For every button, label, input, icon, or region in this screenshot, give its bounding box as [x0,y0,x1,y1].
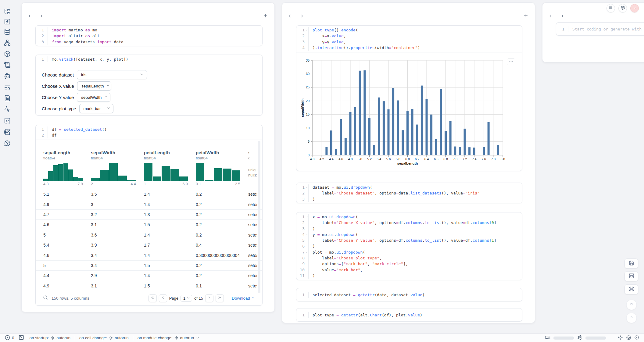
next-page-button[interactable] [205,294,213,302]
table-cell: 0.2 [196,263,248,268]
sidebar-item-snippets[interactable] [3,117,11,125]
run-config-1[interactable]: on cell change:autorun [79,336,129,340]
bar [349,112,352,155]
dataframe-table: sepalLengthfloat644.37.9sepalWidthfloat6… [36,140,262,305]
menu-button[interactable] [606,4,615,12]
bar [430,115,432,155]
column-header-sepalWidth[interactable]: sepalWidthfloat6424.4 [91,150,144,186]
table-row[interactable]: 4.93.11.50.1setosa [36,281,262,291]
table-scrollbar[interactable] [258,141,260,293]
sidebar-item-function-square[interactable] [3,18,11,26]
page-label: Page [169,296,178,301]
layout-button[interactable] [624,271,638,281]
prev-page-button[interactable] [159,294,167,302]
play-icon [629,315,634,321]
code-editor[interactable]: 1import marimo as mo2import altair as al… [36,26,262,46]
code-line: 3) [296,196,522,202]
x-value-select[interactable]: sepalLength [77,81,111,91]
save-button[interactable] [624,258,638,269]
table-row[interactable]: 4.42.91.40.2setosa [36,270,262,280]
column2-next-button[interactable] [298,12,306,20]
ai-assist-button[interactable] [618,335,623,341]
status-bar-right [545,335,639,341]
code-editor[interactable]: 1df = selected_dataset()2df [36,125,262,140]
sidebar-item-database[interactable] [3,28,11,36]
table-row[interactable]: 5.13.51.40.2setosa [36,189,262,199]
sidebar-item-search-list[interactable] [3,84,11,91]
code-editor[interactable]: 1 Start coding or generate with AI [556,23,644,36]
last-page-button[interactable] [216,294,224,302]
table-row[interactable]: 4.63.41.40.30000000000000004setosa [36,250,262,260]
svg-text:6.4: 6.4 [424,157,429,161]
sidebar-item-scratchpad[interactable] [3,128,11,136]
stop-button[interactable] [626,300,637,310]
first-page-button[interactable] [148,294,157,302]
column2-add-cell-button[interactable] [521,12,530,20]
column1-prev-button[interactable] [25,12,33,20]
runtime-button[interactable] [626,335,631,341]
terminal-button[interactable] [19,335,24,341]
code-editor[interactable]: 1dataset = mo.ui.dropdown(2 label="Choos… [296,183,522,203]
line-number: 1 [296,292,305,298]
fold-chevron-icon[interactable] [305,216,308,218]
chart-actions-button[interactable] [507,59,515,65]
error-count-button[interactable]: 0 [5,335,14,341]
column3-prev-button[interactable] [546,12,554,20]
zap-icon [51,336,55,340]
column1-next-button[interactable] [38,12,45,20]
fold-chevron-icon[interactable] [305,233,308,236]
column-header-sepalLength[interactable]: sepalLengthfloat644.37.9 [43,150,91,186]
fold-chevron-icon[interactable] [305,29,308,31]
connection-status-button[interactable] [634,335,639,341]
bar-chart[interactable]: 4.04.24.44.64.85.05.25.45.65.86.06.26.46… [301,57,514,167]
code-editor[interactable]: 1mo.vstack([dataset, x, y, plot]) [36,55,262,64]
table-cell: 0.2 [196,233,248,237]
run-config-0[interactable]: on startup:autorun [30,336,71,340]
table-summary: 150 rows, 5 columns [52,296,89,301]
table-row[interactable]: 4.63.11.50.2setosa [36,219,262,230]
code-line: 1plot_type = getattr(alt.Chart(df), plot… [296,312,522,318]
svg-text:20: 20 [306,99,309,103]
error-count: 0 [12,336,14,340]
code-editor[interactable]: 1selected_dataset = getattr(data, datase… [296,288,522,301]
generate-link[interactable]: generate [610,27,630,31]
bar [373,145,375,155]
column3-next-button[interactable] [558,12,566,20]
sidebar-item-file-tree[interactable] [3,8,11,16]
svg-text:sepalLength: sepalLength [397,162,418,165]
fold-chevron-icon[interactable] [305,251,308,254]
code-editor[interactable]: 1x = mo.ui.dropdown(2 label="Choose X va… [296,212,522,280]
sidebar-item-document[interactable] [3,94,11,102]
column2-prev-button[interactable] [286,12,294,20]
plot-type-select[interactable]: mark_bar [79,104,113,113]
sidebar-item-tracing[interactable] [3,105,11,113]
close-button[interactable] [630,4,639,12]
code-editor[interactable]: 1plot_type = getattr(alt.Chart(df), plot… [296,308,522,322]
code-line: 1selected_dataset = getattr(data, datase… [296,292,522,298]
sidebar-item-logs-scroll[interactable] [3,61,11,69]
sidebar-item-help[interactable] [3,139,11,147]
y-value-select[interactable]: sepalWidth [77,93,110,102]
sidebar-item-package[interactable] [3,50,11,58]
sidebar-item-ai-chat[interactable] [3,72,11,80]
run-button[interactable] [626,313,637,323]
table-row[interactable]: 53.41.50.2setosa [36,260,262,270]
table-row[interactable]: 4.931.40.2setosa [36,199,262,209]
column-header-petalLength[interactable]: petalLengthfloat6416.9 [144,150,196,186]
table-row[interactable]: 4.73.21.30.2setosa [36,209,262,219]
command-palette-button[interactable] [624,284,638,294]
search-icon[interactable] [43,295,48,301]
code-editor[interactable]: 1plot_type().encode(2 x=x.value,3 y=y.va… [296,26,522,52]
settings-button[interactable] [618,4,627,12]
fold-chevron-icon[interactable] [305,186,308,189]
table-row[interactable]: 5.43.91.70.4setosa [36,240,262,250]
run-config-2[interactable]: on module change:autorun [138,336,200,340]
column1-add-cell-button[interactable] [261,12,270,20]
column-header-petalWidth[interactable]: petalWidthfloat640.12.5 [196,150,248,186]
column-header-species[interactable]: speciesobjectunique:nulls: [248,150,257,186]
dataset-select[interactable]: iris [77,70,147,79]
page-select[interactable]: 1 [181,295,192,302]
sidebar-item-dependency-graph[interactable] [3,39,11,47]
table-row[interactable]: 53.61.40.2setosa [36,230,262,240]
download-button[interactable]: Download [232,296,255,301]
